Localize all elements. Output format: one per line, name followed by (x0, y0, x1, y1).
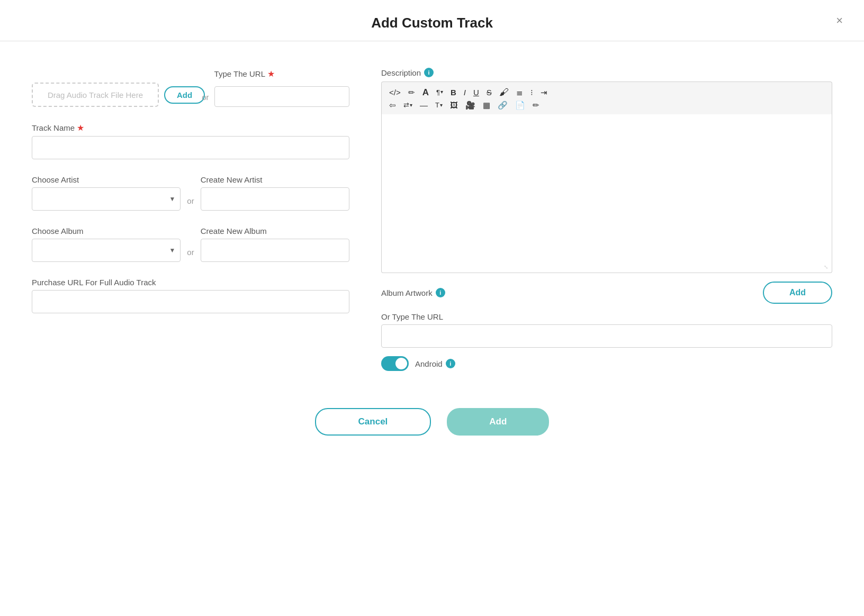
track-name-required-star: ★ (77, 123, 84, 133)
android-label: Android i (415, 359, 455, 368)
toolbar-link-btn[interactable]: 🔗 (496, 100, 510, 110)
add-button[interactable]: Add (447, 408, 549, 436)
url-label: Type The URL ★ (214, 69, 349, 79)
close-button[interactable]: × (836, 15, 843, 26)
add-file-button[interactable]: Add (164, 86, 205, 104)
artwork-add-button[interactable]: Add (763, 282, 832, 304)
url-required-star: ★ (267, 69, 275, 79)
choose-artist-group: Choose Artist ▼ (32, 175, 181, 211)
cancel-button[interactable]: Cancel (315, 408, 431, 436)
create-album-input[interactable] (201, 239, 349, 262)
description-section: Description i </> ✏ A ¶ ▾ B I U S (381, 68, 832, 273)
toolbar-textsize-btn[interactable]: T▾ (433, 101, 445, 110)
drag-drop-zone: Drag Audio Track File Here (32, 83, 159, 107)
toolbar-pencil-btn[interactable]: ✏ (406, 87, 417, 97)
android-toggle[interactable] (381, 356, 409, 371)
toolbar-indent-btn[interactable]: ⇥ (538, 87, 550, 97)
choose-album-select[interactable] (32, 239, 181, 262)
toolbar-ul-btn[interactable]: ⁝ (528, 87, 535, 97)
toolbar-underline-btn[interactable]: U (471, 87, 481, 97)
artwork-info-icon[interactable]: i (436, 288, 445, 297)
album-artwork-section: Album Artwork i Add (381, 282, 832, 304)
artwork-url-label: Or Type The URL (381, 312, 832, 321)
left-panel: Drag Audio Track File Here Add or Type T… (32, 68, 349, 371)
choose-artist-select-wrapper: ▼ (32, 187, 181, 211)
album-or-text: or (187, 248, 194, 262)
description-info-icon[interactable]: i (424, 68, 434, 77)
artwork-url-input[interactable] (381, 324, 832, 348)
modal: Add Custom Track × Drag Audio Track File… (0, 0, 864, 616)
file-or-text: or (202, 93, 209, 107)
create-album-group: Create New Album (201, 227, 349, 262)
toolbar-hr-btn[interactable]: ― (418, 100, 430, 110)
right-panel: Description i </> ✏ A ¶ ▾ B I U S (381, 68, 832, 371)
modal-header: Add Custom Track × (0, 0, 864, 41)
track-name-input[interactable] (32, 136, 349, 159)
editor-area[interactable]: ⤡ (381, 114, 832, 273)
track-name-label: Track Name ★ (32, 123, 349, 133)
toolbar-italic-btn[interactable]: I (462, 87, 468, 97)
toolbar-video-btn[interactable]: 🎥 (463, 100, 478, 110)
toolbar-paragraph-btn[interactable]: ¶ ▾ (434, 88, 445, 97)
resize-handle[interactable]: ⤡ (824, 265, 830, 271)
editor-toolbar: </> ✏ A ¶ ▾ B I U S 🖌 ≣ ⁝ ⇥ (381, 81, 832, 114)
purchase-url-label: Purchase URL For Full Audio Track (32, 278, 349, 287)
purchase-url-group: Purchase URL For Full Audio Track (32, 278, 349, 313)
choose-album-label: Choose Album (32, 227, 181, 235)
artist-or-text: or (187, 196, 194, 211)
toolbar-ol-btn[interactable]: ≣ (514, 87, 525, 97)
track-name-group: Track Name ★ (32, 123, 349, 159)
toolbar-code-btn[interactable]: </> (387, 87, 403, 97)
toolbar-bold-btn[interactable]: B (448, 87, 458, 97)
choose-album-group: Choose Album ▼ (32, 227, 181, 262)
modal-body: Drag Audio Track File Here Add or Type T… (0, 41, 864, 392)
android-toggle-row: Android i (381, 356, 832, 371)
create-artist-input[interactable] (201, 187, 349, 211)
artwork-label: Album Artwork i (381, 288, 445, 297)
toolbar-row-2: ⇦ ⇄ ▾ ― T▾ 🖼 🎥 ▦ 🔗 📄 ✏ (387, 100, 826, 110)
artist-row: Choose Artist ▼ or Create New Artist (32, 175, 349, 211)
artwork-url-section: Or Type The URL (381, 312, 832, 348)
file-url-row: Drag Audio Track File Here Add or Type T… (32, 68, 349, 107)
toolbar-strikethrough-btn[interactable]: S (484, 87, 494, 97)
create-album-label: Create New Album (201, 227, 349, 235)
artwork-row: Album Artwork i Add (381, 282, 832, 304)
modal-title: Add Custom Track (371, 15, 493, 31)
toolbar-align-left-btn[interactable]: ⇦ (387, 100, 398, 110)
android-info-icon[interactable]: i (446, 359, 455, 368)
choose-album-select-wrapper: ▼ (32, 239, 181, 262)
file-upload-group: Drag Audio Track File Here Add (32, 68, 196, 107)
url-input-group: Type The URL ★ (214, 69, 349, 107)
modal-footer: Cancel Add (0, 392, 864, 462)
toolbar-file-btn[interactable]: 📄 (513, 100, 527, 110)
toolbar-marker-btn[interactable]: ✏ (530, 100, 542, 110)
toolbar-image-btn[interactable]: 🖼 (448, 100, 460, 110)
url-input[interactable] (214, 86, 349, 107)
toolbar-table-btn[interactable]: ▦ (481, 100, 492, 110)
toolbar-align-btn[interactable]: ⇄ ▾ (401, 101, 415, 110)
create-artist-group: Create New Artist (201, 175, 349, 211)
purchase-url-input[interactable] (32, 290, 349, 313)
choose-artist-label: Choose Artist (32, 175, 181, 184)
description-label: Description i (381, 68, 832, 77)
choose-artist-select[interactable] (32, 187, 181, 211)
toolbar-font-btn[interactable]: A (420, 87, 431, 98)
toolbar-row-1: </> ✏ A ¶ ▾ B I U S 🖌 ≣ ⁝ ⇥ (387, 86, 826, 98)
create-artist-label: Create New Artist (201, 175, 349, 184)
toolbar-color-btn[interactable]: 🖌 (497, 86, 511, 98)
album-row: Choose Album ▼ or Create New Album (32, 227, 349, 262)
